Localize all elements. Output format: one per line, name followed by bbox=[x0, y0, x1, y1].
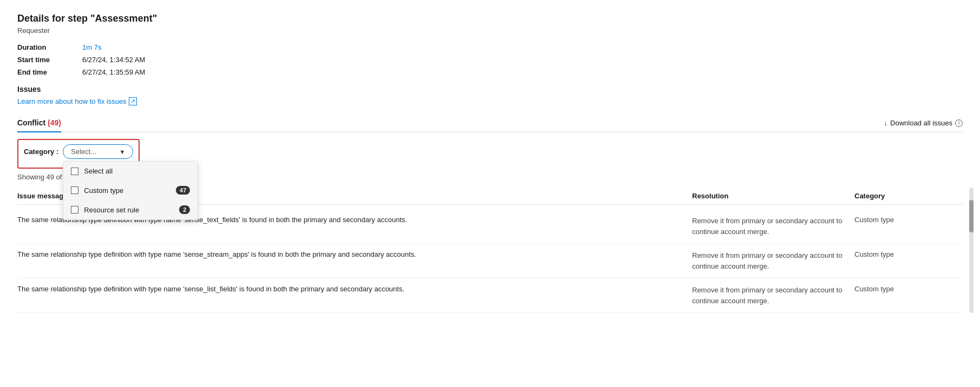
download-icon: ↓ bbox=[884, 119, 888, 127]
category-cell: Custom type bbox=[854, 216, 963, 237]
category-label: Category : bbox=[24, 148, 58, 156]
requester-label: Requester bbox=[17, 26, 963, 35]
custom-type-label: Custom type bbox=[84, 186, 123, 195]
category-cell: Custom type bbox=[854, 250, 963, 271]
table-row: The same relationship type definition wi… bbox=[17, 278, 963, 313]
category-dropdown: Select all Custom type 47 bbox=[63, 161, 198, 220]
col-header-category: Category bbox=[854, 192, 963, 200]
learn-more-text: Learn more about how to fix issues bbox=[17, 97, 127, 105]
end-time-label: End time bbox=[17, 68, 82, 76]
dropdown-item-custom-type[interactable]: Custom type 47 bbox=[63, 181, 198, 200]
issues-heading: Issues bbox=[17, 85, 963, 94]
table-row: The same relationship type definition wi… bbox=[17, 244, 963, 278]
tab-conflict[interactable]: Conflict (49) bbox=[17, 114, 61, 132]
download-all-label: Download all issues bbox=[890, 119, 952, 127]
dropdown-item-resource-set-rule[interactable]: Resource set rule 2 bbox=[63, 200, 198, 219]
start-time-value: 6/27/24, 1:34:52 AM bbox=[82, 56, 963, 64]
issue-message-cell: The same relationship type definition wi… bbox=[17, 250, 692, 271]
tabs-bar: Conflict (49) ↓ Download all issues i bbox=[17, 114, 963, 132]
duration-value: 1m 7s bbox=[82, 43, 963, 51]
col-header-resolution: Resolution bbox=[692, 192, 854, 200]
info-grid: Duration 1m 7s Start time 6/27/24, 1:34:… bbox=[17, 43, 963, 76]
resource-set-rule-badge: 2 bbox=[179, 205, 190, 214]
checkbox-resource-set-rule[interactable] bbox=[71, 206, 78, 213]
custom-type-badge: 47 bbox=[176, 186, 190, 195]
tab-conflict-count: (49) bbox=[48, 118, 61, 127]
issue-message-cell: The same relationship type definition wi… bbox=[17, 285, 692, 306]
vertical-scrollbar[interactable] bbox=[969, 188, 974, 313]
page-title: Details for step "Assessment" bbox=[17, 13, 963, 24]
category-select-wrapper: Select... ▼ Select all bbox=[63, 144, 133, 159]
resolution-cell: Remove it from primary or secondary acco… bbox=[692, 285, 854, 306]
download-all-button[interactable]: ↓ Download all issues i bbox=[884, 119, 963, 127]
filter-container: Category : Select... ▼ Select all bbox=[17, 139, 140, 169]
learn-more-link[interactable]: Learn more about how to fix issues ↗ bbox=[17, 97, 137, 105]
resolution-cell: Remove it from primary or secondary acco… bbox=[692, 216, 854, 237]
end-time-value: 6/27/24, 1:35:59 AM bbox=[82, 68, 963, 76]
category-select-button[interactable]: Select... ▼ bbox=[63, 144, 133, 159]
scrollbar-thumb[interactable] bbox=[969, 200, 974, 232]
external-link-icon: ↗ bbox=[129, 97, 137, 105]
chevron-down-icon: ▼ bbox=[119, 149, 125, 155]
filter-row: Category : Select... ▼ Select all bbox=[24, 144, 133, 159]
select-all-label: Select all bbox=[84, 167, 113, 175]
dropdown-item-select-all[interactable]: Select all bbox=[63, 162, 198, 181]
select-placeholder: Select... bbox=[71, 148, 96, 156]
checkbox-custom-type[interactable] bbox=[71, 186, 78, 194]
start-time-label: Start time bbox=[17, 56, 82, 64]
duration-label: Duration bbox=[17, 43, 82, 51]
resolution-cell: Remove it from primary or secondary acco… bbox=[692, 250, 854, 271]
resource-set-rule-label: Resource set rule bbox=[84, 206, 139, 214]
checkbox-select-all[interactable] bbox=[71, 168, 78, 175]
category-cell: Custom type bbox=[854, 285, 963, 306]
tab-conflict-label: Conflict bbox=[17, 118, 45, 127]
info-icon: i bbox=[955, 119, 963, 127]
